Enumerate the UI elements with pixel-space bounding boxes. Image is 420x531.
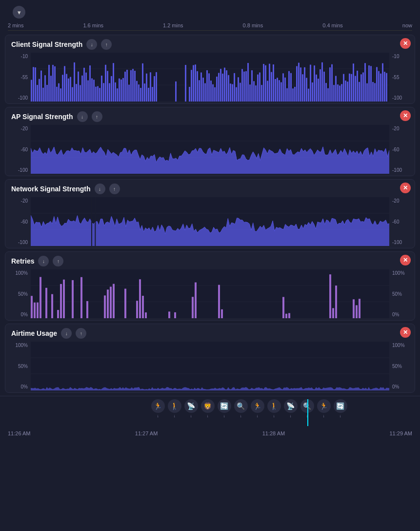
sort-up-button[interactable]: ↑ — [76, 328, 86, 339]
timeline-icon-group[interactable]: 🚶↓ — [267, 399, 281, 429]
close-button[interactable]: ✕ — [400, 38, 411, 49]
y-axis-left: -10-55-100 — [5, 53, 31, 102]
y-label: -100 — [18, 167, 28, 173]
time-axis-label: 0.4 mins — [322, 22, 343, 28]
y-axis-left: 100%50%0% — [5, 342, 31, 390]
y-label: -100 — [392, 95, 402, 101]
y-label: -100 — [392, 240, 402, 245]
y-label: 0% — [21, 384, 28, 389]
y-label: -60 — [392, 147, 399, 152]
y-label: -20 — [21, 126, 28, 131]
time-axis: 2 mins1.6 mins1.2 mins0.8 mins0.4 minsno… — [0, 22, 420, 28]
close-button[interactable]: ✕ — [400, 327, 411, 338]
timeline-icon-group[interactable]: 🔄↓ — [334, 399, 347, 429]
panel-network-signal: Network Signal Strength↓↑✕-20-60-100-20-… — [5, 179, 415, 248]
sort-down-button[interactable]: ↓ — [61, 328, 72, 339]
close-button[interactable]: ✕ — [400, 183, 411, 193]
timeline-event-icon: 🏃 — [151, 399, 165, 413]
timeline-icon-group[interactable]: 🏃↓ — [317, 399, 331, 429]
timeline-event-icon: 🔄 — [218, 399, 231, 413]
sort-down-button[interactable]: ↓ — [38, 256, 49, 266]
y-label: -60 — [21, 147, 28, 152]
chevron-down-icon: ▾ — [18, 9, 21, 16]
timeline-event-icon: 🏃 — [251, 399, 264, 413]
sort-down-button[interactable]: ↓ — [77, 111, 88, 122]
y-label: -60 — [21, 219, 28, 225]
arrow-icon: ↓ — [340, 414, 341, 418]
y-label: 100% — [15, 343, 28, 348]
timeline-event-icon: 🚶 — [267, 399, 281, 413]
chart-canvas — [31, 53, 389, 102]
y-label: -55 — [21, 75, 28, 80]
timeline-event-icon: 📡 — [184, 399, 198, 413]
timeline-time: 11:28 AM — [262, 430, 285, 436]
timeline-icon-group[interactable]: 🦁↓ — [201, 399, 215, 429]
arrow-icon: ↓ — [157, 414, 159, 418]
y-label: -10 — [21, 54, 28, 59]
sort-up-button[interactable]: ↑ — [101, 39, 112, 50]
time-axis-label: 1.2 mins — [163, 22, 183, 28]
dropdown-button[interactable]: ▾ — [13, 6, 25, 19]
time-axis-label: now — [402, 22, 412, 28]
panel-retries: Retries↓↑✕100%50%0%100%50%0% — [5, 251, 415, 321]
y-label: 50% — [392, 291, 402, 297]
chart-canvas — [31, 269, 389, 318]
time-axis-label: 2 mins — [8, 22, 23, 28]
timeline-time: 11:26 AM — [8, 430, 30, 436]
sort-up-button[interactable]: ↑ — [109, 184, 120, 194]
panel-title: Network Signal Strength — [11, 185, 91, 193]
timeline-event-icon: 🏃 — [317, 399, 331, 413]
y-axis-left: 100%50%0% — [5, 269, 31, 318]
timeline-event-icon: 🚶 — [168, 399, 181, 413]
chart-canvas — [31, 125, 389, 174]
timeline-icon-group[interactable]: 🔄↓ — [218, 399, 231, 429]
arrow-icon: ↓ — [323, 414, 325, 418]
arrow-icon: ↓ — [257, 414, 259, 418]
sort-up-button[interactable]: ↑ — [92, 111, 102, 122]
y-axis-right: -20-60-100 — [389, 125, 415, 174]
timeline-time: 11:29 AM — [389, 430, 412, 436]
y-axis-right: 100%50%0% — [389, 269, 415, 318]
timeline-icon-group[interactable]: 🔍↓ — [234, 399, 248, 429]
panel-title: Client Signal Strength — [11, 41, 82, 48]
y-label: -60 — [392, 219, 399, 225]
timeline-event-icon: 🔄 — [334, 399, 347, 413]
timeline-event-icon: 🦁 — [201, 399, 215, 413]
close-button[interactable]: ✕ — [400, 110, 411, 121]
y-axis-right: 100%50%0% — [389, 342, 415, 390]
y-label: 0% — [392, 312, 399, 317]
timeline-icon-group[interactable]: 📡↓ — [284, 399, 298, 429]
y-label: -100 — [18, 240, 28, 245]
y-axis-left: -20-60-100 — [5, 197, 31, 246]
panel-title: AP Signal Strength — [11, 113, 73, 121]
y-label: 50% — [392, 364, 402, 369]
y-label: -20 — [392, 198, 399, 204]
sort-down-button[interactable]: ↓ — [95, 184, 105, 194]
header: ▾ — [0, 0, 420, 22]
close-button[interactable]: ✕ — [400, 255, 411, 266]
sort-down-button[interactable]: ↓ — [86, 39, 97, 50]
y-label: 50% — [18, 364, 28, 369]
timeline-icon-group[interactable]: 🚶↓ — [168, 399, 181, 429]
sort-up-button[interactable]: ↑ — [53, 256, 63, 266]
timeline-event-icon: 📡 — [284, 399, 298, 413]
timeline-time: 11:27 AM — [135, 430, 158, 436]
y-label: 100% — [392, 343, 405, 348]
timeline-icon-group[interactable]: 🏃↓ — [251, 399, 264, 429]
y-label: -20 — [392, 126, 399, 131]
y-label: -20 — [21, 198, 28, 204]
y-axis-left: -20-60-100 — [5, 125, 31, 174]
arrow-icon: ↓ — [290, 414, 292, 418]
panel-title: Airtime Usage — [11, 329, 57, 337]
timeline-icon-group[interactable]: 🏃↓ — [151, 399, 165, 429]
time-axis-label: 0.8 mins — [243, 22, 263, 28]
y-label: -100 — [392, 167, 402, 173]
y-label: -10 — [392, 54, 399, 59]
y-axis-right: -10-55-100 — [389, 53, 415, 102]
chart-canvas — [31, 342, 389, 390]
arrow-icon: ↓ — [174, 414, 176, 418]
chart-canvas — [31, 197, 389, 246]
timeline-icon-group[interactable]: 📡↓ — [184, 399, 198, 429]
timeline-times: 11:26 AM11:27 AM11:28 AM11:29 AM — [0, 429, 420, 436]
arrow-icon: ↓ — [273, 414, 275, 418]
